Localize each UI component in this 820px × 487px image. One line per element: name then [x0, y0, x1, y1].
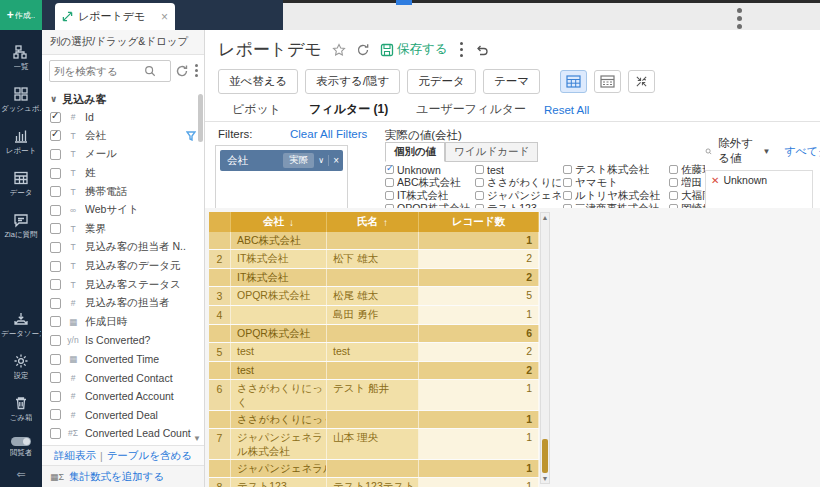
field-row[interactable]: T見込み客ステータス	[50, 275, 204, 294]
tab-individual-values[interactable]: 個別の値	[385, 142, 445, 162]
column-header-company[interactable]: 会社↓	[231, 212, 327, 232]
checkbox[interactable]	[50, 428, 61, 439]
checkbox[interactable]	[50, 335, 61, 346]
field-row[interactable]: #ΣConverted Lead Count	[50, 424, 204, 443]
tab-filter[interactable]: フィルター (1)	[295, 97, 402, 122]
checkbox[interactable]	[50, 261, 61, 272]
table-row[interactable]: 2IT株式会社松下 雄太2	[209, 250, 539, 269]
checkbox[interactable]	[475, 178, 484, 187]
checkbox[interactable]	[563, 191, 572, 200]
raw-data-button[interactable]: 元データ	[407, 69, 476, 94]
field-row[interactable]: ▦作成日時	[50, 313, 204, 332]
compact-view-button[interactable]	[594, 70, 621, 93]
table-row[interactable]: 7ジャパンジェネラル株式会社山本 理央1	[209, 429, 539, 460]
field-row[interactable]: T見込み客の担当者 N..	[50, 238, 204, 257]
column-header-name[interactable]: 氏名↑	[327, 212, 419, 232]
sidebar-item-zia[interactable]: Ziaに質問	[0, 212, 42, 240]
scroll-down-icon[interactable]: ▼	[193, 434, 201, 443]
checkbox[interactable]	[669, 165, 678, 174]
table-row[interactable]: 4島田 勇作1	[209, 306, 539, 325]
checkbox[interactable]	[50, 186, 61, 197]
remove-excluded-icon[interactable]: ✕	[711, 175, 719, 186]
filter-value[interactable]: test	[475, 163, 561, 176]
checkbox[interactable]	[50, 242, 61, 253]
table-row[interactable]: 5testtest2	[209, 343, 539, 362]
field-row[interactable]: Tメール	[50, 145, 204, 164]
checkbox[interactable]	[385, 178, 394, 187]
theme-button[interactable]: テーマ	[483, 69, 540, 94]
tab-pivot[interactable]: ピボット	[218, 97, 295, 122]
checkbox-checked[interactable]	[50, 112, 61, 123]
checkbox[interactable]	[563, 178, 572, 187]
next-values-icon[interactable]: ›	[697, 177, 701, 189]
sidebar-item-reports[interactable]: レポート	[0, 128, 42, 156]
grid-view-button[interactable]	[560, 70, 587, 93]
sidebar-item-datasource[interactable]: データソース	[0, 311, 42, 339]
filter-value[interactable]: IT株式会社	[385, 189, 473, 202]
column-options-icon[interactable]	[193, 62, 200, 79]
filter-value[interactable]: ヤマモト	[563, 176, 667, 189]
scrollbar-thumb[interactable]	[542, 439, 548, 473]
field-row[interactable]: #見込み客の担当者	[50, 294, 204, 313]
table-subtotal-row[interactable]: IT株式会社2	[209, 269, 539, 287]
filter-value[interactable]: 大福同	[669, 189, 705, 202]
window-menu-icon[interactable]	[737, 8, 742, 29]
collapse-all-button[interactable]	[628, 70, 655, 93]
exclude-dropdown[interactable]: 除外する値	[718, 136, 756, 166]
filter-value[interactable]: テスト株式会社	[563, 163, 667, 176]
filter-value[interactable]: ジャパンジェネ...	[475, 189, 561, 202]
save-button[interactable]: 保存する	[380, 41, 448, 58]
sidebar-item-data[interactable]: データ	[0, 170, 42, 198]
column-search-box[interactable]	[49, 60, 171, 82]
table-row[interactable]: 3OPQR株式会社松尾 雄太5	[209, 287, 539, 306]
table-row[interactable]: 8テスト123テスト123テスト...1	[209, 478, 539, 487]
filter-value[interactable]: ABC株式会社	[385, 176, 473, 189]
checkbox[interactable]	[669, 191, 678, 200]
refresh-icon[interactable]	[356, 43, 370, 57]
toggle-icon[interactable]	[11, 437, 31, 446]
column-search-input[interactable]	[54, 65, 144, 77]
table-subtotal-row[interactable]: test2	[209, 362, 539, 380]
checkbox-checked[interactable]	[385, 165, 394, 174]
sidebar-item-viewer-toggle[interactable]: 閲覧者	[0, 437, 42, 458]
field-group[interactable]: ∨ 見込み客	[50, 90, 204, 108]
field-row[interactable]: #Converted Deal	[50, 406, 204, 425]
checkbox[interactable]	[50, 391, 61, 402]
field-row[interactable]: #Id	[50, 108, 204, 127]
table-subtotal-row[interactable]: ささがわくりにっく1	[209, 411, 539, 429]
collapse-sidebar-icon[interactable]: ⇐	[16, 468, 25, 481]
checkbox[interactable]	[50, 316, 61, 327]
report-options-icon[interactable]	[458, 42, 466, 58]
filter-value[interactable]: 佐藤玲	[669, 163, 705, 176]
detail-view-link[interactable]: 詳細表示	[54, 449, 96, 463]
create-button[interactable]: + 作成..	[0, 0, 42, 30]
scroll-down-icon[interactable]: ▼	[541, 475, 549, 482]
table-subtotal-row[interactable]: ABC株式会社1	[209, 232, 539, 250]
checkbox[interactable]	[50, 279, 61, 290]
table-subtotal-row[interactable]: ジャパンジェネラル株1	[209, 460, 539, 478]
show-hide-button[interactable]: 表示する/隠す	[305, 69, 400, 94]
scroll-up-icon[interactable]: ▲	[541, 214, 549, 221]
checkbox-checked[interactable]	[50, 130, 61, 141]
reset-all-link[interactable]: Reset All	[544, 104, 589, 116]
field-row[interactable]: #Converted Account	[50, 387, 204, 406]
sidebar-item-dashboard[interactable]: ダッシュボ..	[0, 86, 42, 114]
filter-funnel-icon[interactable]	[186, 127, 196, 145]
checkbox[interactable]	[50, 223, 61, 234]
sidebar-item-explorer[interactable]: 一覧	[0, 44, 42, 72]
refresh-columns-icon[interactable]	[175, 64, 189, 78]
checkbox[interactable]	[669, 178, 678, 187]
clear-all-filters-link[interactable]: Clear All Filters	[290, 128, 367, 140]
checkbox[interactable]	[50, 168, 61, 179]
filter-chip[interactable]: 会社 実際 ∨ ×	[220, 150, 343, 171]
tab-wildcard[interactable]: ワイルドカード	[445, 142, 538, 162]
field-row[interactable]: T姓	[50, 164, 204, 183]
field-row[interactable]: #Converted Contact	[50, 368, 204, 387]
sidebar-item-trash[interactable]: ごみ箱	[0, 395, 42, 423]
clear-excluded-link[interactable]: すべてク...	[784, 144, 820, 159]
undo-icon[interactable]	[475, 43, 489, 57]
sidebar-item-settings[interactable]: 設定	[0, 353, 42, 381]
filter-value[interactable]: Unknown	[385, 163, 473, 176]
filter-value[interactable]: ささがわくりに...	[475, 176, 561, 189]
field-row[interactable]: T会社	[50, 127, 204, 146]
